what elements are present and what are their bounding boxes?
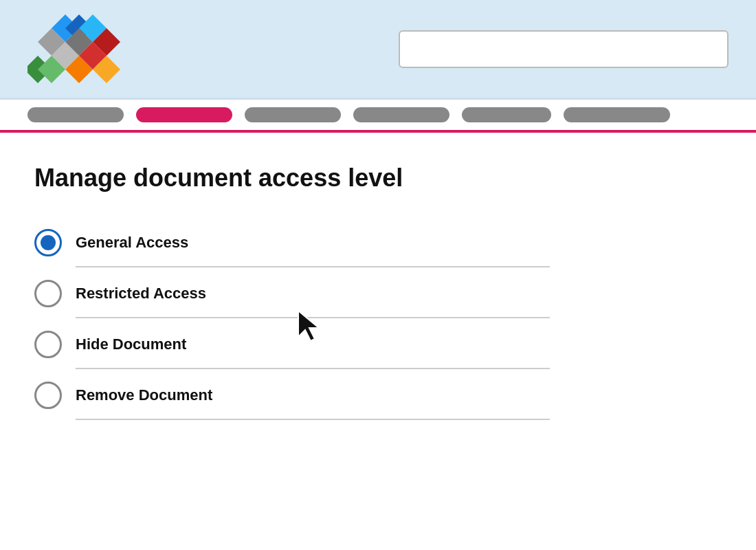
nav-item-5[interactable] — [462, 107, 551, 122]
radio-label-hide: Hide Document — [76, 336, 186, 353]
radio-dot-general — [41, 235, 56, 250]
navbar — [0, 100, 756, 133]
access-level-radio-group: General Access Restricted Access Hide Do… — [34, 217, 722, 420]
radio-circle-restricted — [34, 280, 62, 307]
radio-circle-general — [34, 229, 62, 256]
header — [0, 0, 756, 100]
radio-label-restricted: Restricted Access — [76, 285, 206, 302]
page-title: Manage document access level — [34, 164, 722, 192]
divider-remove — [76, 419, 550, 420]
radio-circle-remove — [34, 382, 62, 409]
logo-icon — [27, 11, 134, 87]
nav-item-6[interactable] — [564, 107, 670, 122]
radio-remove-document[interactable]: Remove Document — [34, 369, 722, 409]
nav-item-3[interactable] — [245, 107, 341, 122]
nav-item-4[interactable] — [353, 107, 449, 122]
radio-hide-document[interactable]: Hide Document — [34, 318, 722, 358]
radio-general-access[interactable]: General Access — [34, 217, 722, 256]
nav-item-2[interactable] — [136, 107, 232, 122]
main-content: Manage document access level General Acc… — [0, 133, 756, 451]
radio-circle-hide — [34, 331, 62, 358]
radio-label-general: General Access — [76, 234, 188, 252]
search-input[interactable] — [399, 30, 729, 68]
nav-item-1[interactable] — [27, 107, 124, 122]
radio-restricted-access[interactable]: Restricted Access — [34, 267, 722, 307]
logo-area — [27, 11, 134, 87]
radio-label-remove: Remove Document — [76, 386, 212, 404]
